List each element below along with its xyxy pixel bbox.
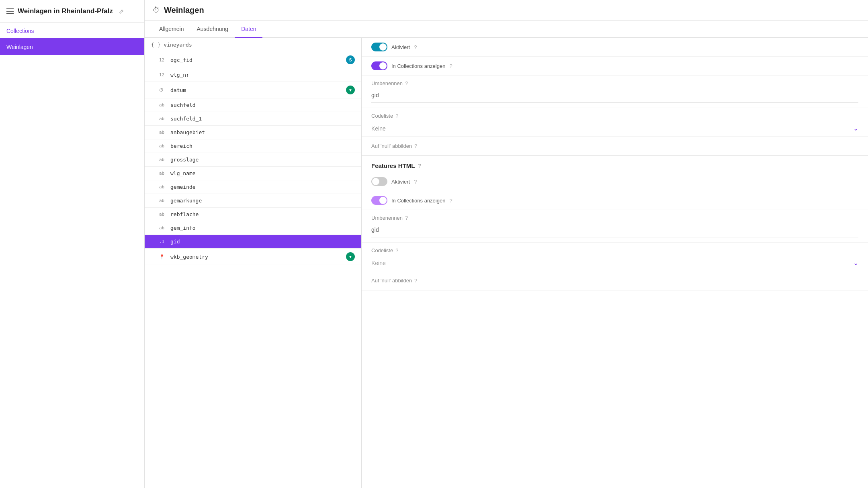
codeliste-select-row-1: Keine ⌄ — [362, 120, 868, 137]
field-row-wlg_nr[interactable]: 12 wlg_nr — [145, 68, 361, 82]
main-content: ⏱ Weinlagen Allgemein Ausdehnung Daten {… — [145, 0, 868, 488]
help-icon-null-2[interactable]: ? — [414, 278, 417, 284]
main-header: ⏱ Weinlagen — [145, 0, 868, 21]
sidebar-nav: Collections — [0, 23, 144, 39]
help-icon-2[interactable]: ? — [414, 179, 417, 185]
prop-aktiviert-row-1: Aktiviert ? — [362, 38, 868, 57]
timer-icon: ⏱ — [153, 6, 160, 14]
badge-teal: S — [346, 55, 355, 64]
auf-null-label-2: Auf 'null' abbilden ? — [362, 271, 868, 290]
codeliste-label-2: Codeliste ? — [362, 243, 868, 255]
field-row-bereich[interactable]: ab bereich — [145, 139, 361, 153]
tabs-bar: Allgemein Ausdehnung Daten — [145, 21, 868, 38]
properties-panel: Aktiviert ? In Collections anzeigen ? Um… — [362, 38, 868, 488]
sidebar-title: Weinlagen in Rheinland-Pfalz — [18, 7, 113, 15]
help-icon-1[interactable]: ? — [414, 44, 417, 50]
field-row-anbaugebiet[interactable]: ab anbaugebiet — [145, 126, 361, 139]
aktiviert-label-1: Aktiviert — [391, 44, 410, 50]
help-icon-codeliste-1[interactable]: ? — [395, 113, 398, 119]
prop-in-collections-row-1: In Collections anzeigen ? — [362, 57, 868, 76]
field-row-grosslage[interactable]: ab grosslage — [145, 153, 361, 167]
features-html-title: Features HTML ? — [362, 156, 868, 172]
aktiviert-label-2: Aktiviert — [391, 179, 410, 185]
field-row-gem_info[interactable]: ab gem_info — [145, 221, 361, 235]
tab-daten[interactable]: Daten — [235, 21, 262, 38]
sidebar-header: Weinlagen in Rheinland-Pfalz ⇗ — [0, 0, 144, 23]
codeliste-select-2[interactable]: Keine ⌄ — [371, 259, 858, 267]
umbenennen-input-wrapper-1 — [362, 88, 868, 108]
umbenennen-label-2: Umbenennen ? — [362, 210, 868, 223]
content-area: { } vineyards 12 ogc_fid S 12 wlg_nr ⏱ d… — [145, 38, 868, 488]
field-row-suchfeld[interactable]: ab suchfeld — [145, 98, 361, 112]
umbenennen-input-1[interactable] — [371, 88, 858, 103]
auf-null-label-1: Auf 'null' abbilden ? — [362, 137, 868, 155]
tab-allgemein[interactable]: Allgemein — [153, 21, 190, 38]
field-row-ogc_fid[interactable]: 12 ogc_fid S — [145, 52, 361, 68]
help-icon-collections-2[interactable]: ? — [449, 198, 452, 204]
help-icon-features[interactable]: ? — [418, 163, 421, 169]
badge-green-geo: ▼ — [346, 252, 355, 261]
collections-label[interactable]: Collections — [6, 28, 34, 38]
field-row-rebflache[interactable]: ab rebflache_ — [145, 208, 361, 221]
field-list-panel: { } vineyards 12 ogc_fid S 12 wlg_nr ⏱ d… — [145, 38, 362, 488]
field-row-suchfeld_1[interactable]: ab suchfeld_1 — [145, 112, 361, 126]
help-icon-collections-1[interactable]: ? — [449, 63, 452, 69]
prop-aktiviert-row-2: Aktiviert ? — [362, 172, 868, 191]
sidebar: Weinlagen in Rheinland-Pfalz ⇗ Collectio… — [0, 0, 145, 488]
aktiviert-toggle-2[interactable] — [371, 177, 387, 186]
in-collections-toggle-2[interactable] — [371, 196, 387, 205]
page-title: Weinlagen — [164, 6, 204, 15]
umbenennen-input-2[interactable] — [371, 223, 858, 237]
field-row-datum[interactable]: ⏱ datum ▼ — [145, 82, 361, 98]
umbenennen-label-1: Umbenennen ? — [362, 76, 868, 88]
field-row-gemeinde[interactable]: ab gemeinde — [145, 180, 361, 194]
hamburger-icon[interactable] — [6, 8, 14, 14]
sidebar-item-weinlagen[interactable]: Weinlagen — [0, 39, 144, 55]
tab-ausdehnung[interactable]: Ausdehnung — [190, 21, 235, 38]
field-row-gemarkunge[interactable]: ab gemarkunge — [145, 194, 361, 208]
umbenennen-input-wrapper-2 — [362, 223, 868, 243]
help-icon-umbenennen-1[interactable]: ? — [405, 80, 408, 86]
share-icon[interactable]: ⇗ — [119, 8, 124, 15]
in-collections-label-1: In Collections anzeigen — [391, 63, 445, 69]
sidebar-items: Weinlagen — [0, 39, 144, 488]
help-icon-null-1[interactable]: ? — [414, 143, 417, 149]
help-icon-codeliste-2[interactable]: ? — [395, 247, 398, 253]
aktiviert-toggle-1[interactable] — [371, 43, 387, 51]
field-row-gid[interactable]: .1 gid — [145, 235, 361, 249]
field-row-wlg_name[interactable]: ab wlg_name — [145, 167, 361, 180]
in-collections-toggle-1[interactable] — [371, 61, 387, 70]
field-section-header: { } vineyards — [145, 38, 361, 52]
prop-in-collections-row-2: In Collections anzeigen ? — [362, 191, 868, 210]
chevron-down-icon-2: ⌄ — [853, 259, 858, 267]
badge-green: ▼ — [346, 86, 355, 94]
codeliste-select-row-2: Keine ⌄ — [362, 255, 868, 271]
help-icon-umbenennen-2[interactable]: ? — [405, 215, 408, 221]
codeliste-label-1: Codeliste ? — [362, 108, 868, 120]
codeliste-select-1[interactable]: Keine ⌄ — [371, 125, 858, 132]
in-collections-label-2: In Collections anzeigen — [391, 198, 445, 204]
chevron-down-icon-1: ⌄ — [853, 125, 858, 132]
field-row-wkb_geometry[interactable]: 📍 wkb_geometry ▼ — [145, 249, 361, 265]
